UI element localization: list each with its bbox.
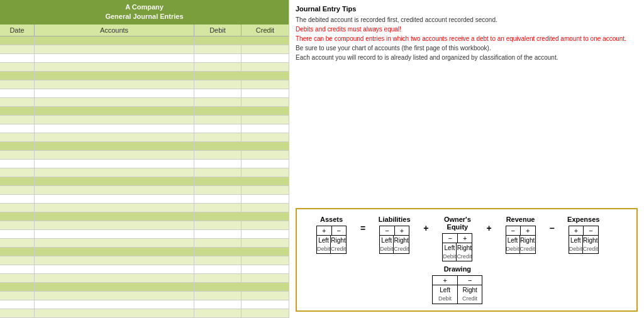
assets-minus: − bbox=[332, 226, 347, 235]
table-row bbox=[0, 177, 289, 186]
liabilities-minus: − bbox=[380, 226, 395, 235]
accounts-header: Accounts bbox=[35, 25, 194, 36]
drawing-minus: − bbox=[458, 276, 482, 285]
equity-left: LeftDebit bbox=[443, 243, 457, 261]
drawing-box: + − LeftDebit RightCredit bbox=[432, 275, 482, 304]
column-headers: Date Accounts Debit Credit bbox=[0, 25, 289, 36]
table-row bbox=[0, 133, 289, 142]
equity-minus: − bbox=[443, 234, 458, 243]
journal-title: General Journal Entries bbox=[1, 12, 287, 21]
eq-sign-3: + bbox=[482, 218, 495, 233]
left-spreadsheet-panel: A Company General Journal Entries Date A… bbox=[0, 0, 289, 318]
assets-box: + − LeftDebit RightCredit bbox=[316, 226, 347, 255]
eq-sign-1: = bbox=[357, 218, 369, 233]
table-row bbox=[0, 142, 289, 151]
liabilities-right: RightCredit bbox=[394, 236, 409, 254]
liabilities-box: − + LeftDebit RightCredit bbox=[379, 226, 409, 255]
revenue-plus: + bbox=[521, 226, 535, 235]
table-row bbox=[0, 63, 289, 72]
table-row bbox=[0, 72, 289, 80]
table-row bbox=[0, 116, 289, 124]
drawing-left: LeftDebit bbox=[433, 285, 458, 304]
revenue-group: Revenue − + LeftDebit RightCredit bbox=[496, 216, 546, 255]
liabilities-plus: + bbox=[395, 226, 409, 235]
table-row bbox=[0, 36, 289, 45]
expenses-box: + − LeftDebit RightCredit bbox=[569, 226, 599, 255]
accounting-equation-box: Assets + − LeftDebit RightCredit = Liabi… bbox=[296, 208, 638, 312]
liabilities-group: Liabilities − + LeftDebit RightCredit bbox=[369, 216, 419, 255]
drawing-subsection: Drawing + − LeftDebit RightCredit bbox=[432, 265, 482, 304]
revenue-left: LeftDebit bbox=[506, 236, 520, 254]
credit-header: Credit bbox=[242, 25, 289, 36]
table-row bbox=[0, 186, 289, 195]
table-row bbox=[0, 221, 289, 230]
eq-sign-4: − bbox=[546, 218, 558, 233]
drawing-label: Drawing bbox=[432, 265, 482, 273]
table-row bbox=[0, 168, 289, 177]
assets-right: RightCredit bbox=[331, 236, 346, 254]
table-row bbox=[0, 89, 289, 98]
table-row bbox=[0, 274, 289, 283]
date-header: Date bbox=[0, 25, 35, 36]
expenses-left: LeftDebit bbox=[569, 236, 583, 254]
equity-right: RightCredit bbox=[457, 243, 472, 261]
expenses-group: Expenses + − LeftDebit RightCredit bbox=[558, 216, 609, 255]
table-row bbox=[0, 248, 289, 256]
expenses-plus: + bbox=[569, 226, 584, 235]
eq-sign-2: + bbox=[419, 218, 432, 233]
table-row bbox=[0, 256, 289, 265]
drawing-plus: + bbox=[433, 276, 458, 285]
assets-group: Assets + − LeftDebit RightCredit bbox=[306, 216, 357, 255]
expenses-label: Expenses bbox=[567, 216, 599, 223]
owners-equity-box: − + LeftDebit RightCredit bbox=[442, 233, 472, 262]
tip-line: Be sure to use your chart of accounts (t… bbox=[296, 43, 638, 53]
expenses-right: RightCredit bbox=[583, 236, 598, 254]
table-row bbox=[0, 212, 289, 221]
owners-equity-group: Owner's Equity − + LeftDebit RightCredit… bbox=[432, 216, 482, 304]
table-row bbox=[0, 204, 289, 212]
table-row bbox=[0, 151, 289, 160]
assets-left: LeftDebit bbox=[317, 236, 331, 254]
table-row bbox=[0, 239, 289, 248]
liabilities-left: LeftDebit bbox=[380, 236, 394, 254]
table-row bbox=[0, 309, 289, 318]
revenue-minus: − bbox=[506, 226, 521, 235]
owners-equity-label: Owner's Equity bbox=[444, 216, 471, 231]
table-row bbox=[0, 195, 289, 204]
tip-line: There can be compound entries in which t… bbox=[296, 34, 638, 43]
table-row bbox=[0, 45, 289, 54]
expenses-minus: − bbox=[584, 226, 598, 235]
revenue-right: RightCredit bbox=[520, 236, 535, 254]
debit-header: Debit bbox=[194, 25, 242, 36]
table-row bbox=[0, 80, 289, 89]
assets-plus: + bbox=[317, 226, 332, 235]
tip-line: The debited account is recorded first, c… bbox=[296, 15, 638, 25]
drawing-right: RightCredit bbox=[458, 285, 482, 304]
assets-label: Assets bbox=[320, 216, 343, 223]
liabilities-label: Liabilities bbox=[379, 216, 411, 223]
equity-plus: + bbox=[458, 234, 472, 243]
revenue-label: Revenue bbox=[506, 216, 535, 223]
table-row bbox=[0, 98, 289, 107]
table-row bbox=[0, 107, 289, 116]
table-row bbox=[0, 292, 289, 300]
company-name: A Company bbox=[1, 3, 287, 12]
tips-title: Journal Entry Tips bbox=[296, 5, 638, 13]
table-row bbox=[0, 160, 289, 168]
grid-rows bbox=[0, 36, 289, 318]
tips-content: The debited account is recorded first, c… bbox=[296, 15, 638, 62]
table-row bbox=[0, 230, 289, 239]
table-row bbox=[0, 283, 289, 292]
spreadsheet-header: A Company General Journal Entries bbox=[0, 0, 289, 25]
table-row bbox=[0, 54, 289, 63]
table-row bbox=[0, 300, 289, 309]
right-panel: Journal Entry Tips The debited account i… bbox=[289, 0, 644, 318]
revenue-box: − + LeftDebit RightCredit bbox=[506, 226, 536, 255]
tip-line: Each account you will record to is alrea… bbox=[296, 53, 638, 62]
table-row bbox=[0, 265, 289, 274]
table-row bbox=[0, 124, 289, 133]
tip-line: Debits and credits must always equal! bbox=[296, 25, 638, 34]
